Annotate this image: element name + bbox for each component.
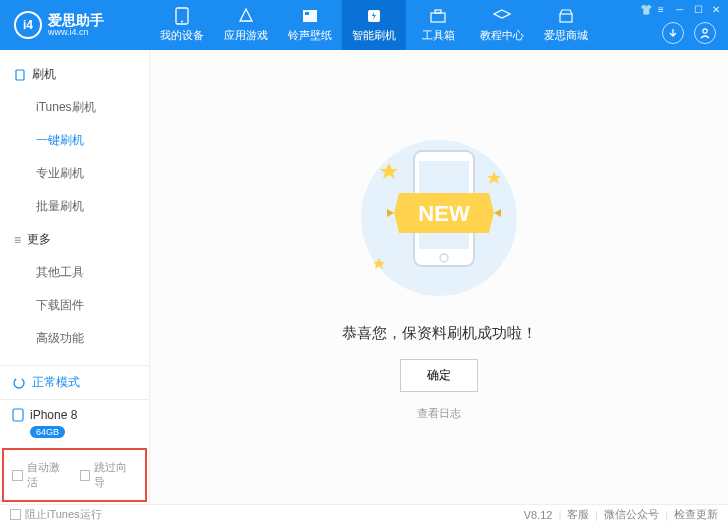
nav-tutorial[interactable]: 教程中心	[470, 0, 534, 50]
refresh-icon	[12, 376, 26, 390]
update-link[interactable]: 检查更新	[674, 507, 718, 522]
nav-shop[interactable]: 爱思商城	[534, 0, 598, 50]
app-icon	[237, 7, 255, 25]
header: i4 爱思助手 www.i4.cn 我的设备 应用游戏 铃声壁纸 智能刷机 工具…	[0, 0, 728, 50]
menu-icon[interactable]: ≡	[658, 4, 668, 15]
nav-toolbox[interactable]: 工具箱	[406, 0, 470, 50]
main-content: NEW 恭喜您，保资料刷机成功啦！ 确定 查看日志	[150, 50, 728, 504]
phone-icon	[12, 408, 24, 422]
svg-rect-9	[16, 70, 24, 80]
svg-text:NEW: NEW	[418, 201, 470, 226]
support-link[interactable]: 客服	[567, 507, 589, 522]
sidebar-item-pro[interactable]: 专业刷机	[0, 157, 149, 190]
sidebar: 刷机 iTunes刷机 一键刷机 专业刷机 批量刷机 ≡ 更多 其他工具 下载固…	[0, 50, 150, 504]
svg-rect-3	[305, 12, 309, 15]
close-icon[interactable]: ✕	[712, 4, 722, 15]
sidebar-group-more: ≡ 更多	[0, 223, 149, 256]
shop-icon	[557, 7, 575, 25]
list-icon: ≡	[14, 233, 21, 247]
sidebar-item-itunes[interactable]: iTunes刷机	[0, 91, 149, 124]
sidebar-device[interactable]: iPhone 8 64GB	[0, 399, 149, 446]
phone-icon	[173, 7, 191, 25]
svg-rect-2	[303, 10, 317, 22]
checkbox-block-itunes[interactable]: 阻止iTunes运行	[10, 507, 102, 522]
skin-icon[interactable]: 👕	[640, 4, 650, 15]
svg-point-1	[181, 21, 183, 23]
sidebar-item-firmware[interactable]: 下载固件	[0, 289, 149, 322]
logo-title: 爱思助手	[48, 13, 104, 27]
svg-point-8	[703, 29, 707, 33]
user-button[interactable]	[694, 22, 716, 44]
briefcase-icon	[429, 7, 447, 25]
success-message: 恭喜您，保资料刷机成功啦！	[342, 324, 537, 343]
storage-badge: 64GB	[30, 426, 65, 438]
nav-flash[interactable]: 智能刷机	[342, 0, 406, 50]
wechat-link[interactable]: 微信公众号	[604, 507, 659, 522]
nav-ringtone[interactable]: 铃声壁纸	[278, 0, 342, 50]
sidebar-item-advanced[interactable]: 高级功能	[0, 322, 149, 355]
nav-apps[interactable]: 应用游戏	[214, 0, 278, 50]
phone-icon	[14, 69, 26, 81]
view-log-link[interactable]: 查看日志	[417, 406, 461, 421]
window-controls: 👕 ≡ ─ ☐ ✕	[640, 4, 722, 15]
svg-rect-5	[431, 13, 445, 22]
sidebar-item-batch[interactable]: 批量刷机	[0, 190, 149, 223]
sidebar-item-oneclick[interactable]: 一键刷机	[0, 124, 149, 157]
download-button[interactable]	[662, 22, 684, 44]
checkbox-skip-guide[interactable]: 跳过向导	[80, 460, 138, 490]
svg-rect-6	[435, 10, 441, 13]
logo-icon: i4	[14, 11, 42, 39]
image-icon	[301, 7, 319, 25]
checkbox-auto-activate[interactable]: 自动激活	[12, 460, 70, 490]
flash-icon	[365, 7, 383, 25]
sidebar-item-other[interactable]: 其他工具	[0, 256, 149, 289]
footer: 阻止iTunes运行 V8.12 | 客服 | 微信公众号 | 检查更新	[0, 504, 728, 524]
svg-point-10	[14, 378, 24, 388]
logo[interactable]: i4 爱思助手 www.i4.cn	[0, 11, 150, 39]
sidebar-options: 自动激活 跳过向导	[2, 448, 147, 502]
sidebar-status[interactable]: 正常模式	[0, 365, 149, 399]
header-right	[662, 22, 716, 44]
maximize-icon[interactable]: ☐	[694, 4, 704, 15]
svg-rect-11	[13, 409, 23, 421]
logo-sub: www.i4.cn	[48, 27, 104, 38]
minimize-icon[interactable]: ─	[676, 4, 686, 15]
sidebar-group-flash: 刷机	[0, 58, 149, 91]
success-illustration: NEW	[339, 133, 539, 306]
nav: 我的设备 应用游戏 铃声壁纸 智能刷机 工具箱 教程中心 爱思商城	[150, 0, 598, 50]
svg-rect-7	[560, 14, 572, 22]
version-label: V8.12	[524, 509, 553, 521]
graduation-icon	[493, 7, 511, 25]
nav-my-device[interactable]: 我的设备	[150, 0, 214, 50]
confirm-button[interactable]: 确定	[400, 359, 478, 392]
